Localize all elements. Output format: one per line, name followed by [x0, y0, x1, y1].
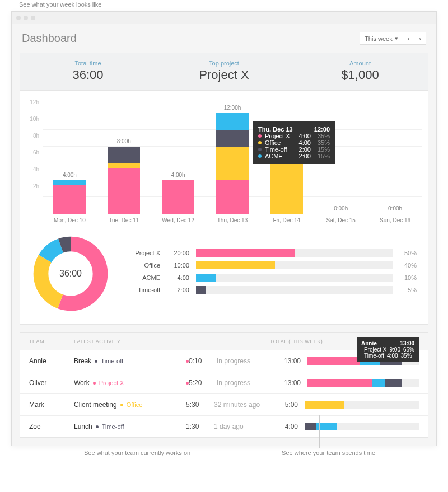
y-tick: 12h [30, 99, 39, 105]
bar-column: 0:00h [368, 102, 422, 214]
tooltip-row: ACME2:0015% [258, 153, 330, 160]
team-bar [305, 401, 419, 409]
bar-segment[interactable] [216, 147, 249, 180]
week-total: 4:00 [270, 423, 298, 430]
tooltip-name: Project X [364, 346, 387, 353]
bar-segment[interactable] [216, 180, 249, 214]
team-member-name: Zoe [29, 423, 74, 430]
y-tick: 6h [33, 149, 39, 156]
team-bar-segment[interactable] [385, 379, 402, 387]
activity-status: In progress [217, 379, 273, 387]
bar-column: 4:00h [151, 102, 206, 214]
bar-column: 8:00h [97, 102, 151, 214]
tooltip-row: Time-off2:0015% [258, 146, 330, 153]
project-row: Time-off2:005% [127, 286, 417, 294]
annotation-line [146, 387, 146, 448]
tooltip-total: 12:00 [314, 126, 330, 133]
y-tick: 4h [33, 166, 39, 172]
project-bar-fill [196, 261, 275, 269]
app-window: Dashboard This week ▾ ‹ › Total time36:0… [11, 11, 437, 446]
project-pct: 5% [400, 287, 417, 293]
y-tick: 8h [33, 133, 39, 139]
team-tooltip: Annie13:00Project X9:0065%Time-off4:0035… [357, 337, 419, 362]
tooltip-pct: 35% [314, 133, 330, 139]
bar-total-label: 4:00h [171, 172, 185, 178]
chevron-right-icon: › [419, 35, 421, 42]
bar-segment[interactable] [108, 163, 140, 168]
team-bar [305, 423, 419, 430]
tooltip-pct: 35% [401, 353, 412, 359]
week-total: 13:00 [273, 357, 301, 365]
tooltip-title: Thu, Dec 13 [258, 126, 293, 133]
team-row: MarkClient meetingOffice5:3032 minutes a… [20, 393, 428, 415]
summary-label: Total time [20, 60, 156, 67]
x-label: Sat, Dec 15 [314, 214, 368, 223]
legend-dot-icon [258, 148, 262, 151]
range-selector[interactable]: This week ▾ [360, 32, 403, 45]
activity-name: Work [74, 379, 90, 387]
x-label: Fri, Dec 14 [259, 214, 314, 223]
summary-item: Amount$1,000 [292, 53, 428, 90]
project-time: 4:00 [167, 274, 189, 281]
project-bar-fill [196, 286, 206, 294]
project-bar [196, 274, 393, 282]
activity-duration: 5:30 [186, 401, 214, 409]
legend-dot-icon [258, 154, 262, 158]
bar-segment[interactable] [216, 130, 249, 147]
project-time: 20:00 [167, 250, 189, 256]
team-bar-segment[interactable] [307, 379, 372, 387]
bar-segment[interactable] [162, 180, 194, 214]
tooltip-value: 2:00 [293, 153, 311, 160]
activity-tag: Project X [99, 379, 124, 386]
bar-segment[interactable] [53, 185, 86, 214]
y-tick: 2h [33, 183, 39, 189]
project-time: 10:00 [167, 262, 189, 269]
col-header-total: TOTAL (THIS WEEK) [270, 339, 323, 344]
summary-panel: Total time36:00Top projectProject XAmoun… [20, 53, 428, 325]
activity-tag: Office [127, 401, 143, 408]
summary-value: Project X [156, 68, 292, 82]
x-label: Thu, Dec 13 [206, 214, 260, 223]
bar-segment[interactable] [108, 168, 140, 214]
activity-name: Break [74, 357, 91, 365]
team-bar-segment[interactable] [305, 401, 344, 409]
chart-tooltip: Thu, Dec 13 12:00 Project X4:0035%Office… [253, 121, 335, 164]
prev-button[interactable]: ‹ [403, 32, 415, 45]
activity-duration: 1:30 [186, 423, 214, 430]
project-row: Project X20:0050% [127, 249, 417, 257]
traffic-light-icon [24, 16, 28, 20]
activity-status: In progress [217, 357, 273, 365]
tooltip-row: Project X4:0035% [258, 133, 330, 139]
activity-name: Client meeting [74, 401, 117, 409]
team-bar-segment[interactable] [372, 379, 385, 387]
team-member-name: Annie [29, 357, 74, 365]
tooltip-value: 9:00 [390, 346, 400, 353]
team-bar [307, 379, 419, 387]
project-bar [196, 249, 393, 257]
summary-label: Amount [292, 60, 428, 67]
tooltip-name: Office [265, 139, 281, 146]
project-bar-fill [196, 249, 295, 257]
next-button[interactable]: › [414, 32, 426, 45]
activity-tag: Time-off [101, 358, 123, 364]
tooltip-value: 4:00 [293, 139, 311, 146]
project-bar-fill [196, 274, 216, 282]
week-total: 13:00 [273, 379, 301, 387]
week-total: 5:00 [270, 401, 298, 409]
tooltip-pct: 65% [403, 346, 414, 353]
team-bar-segment[interactable] [307, 357, 360, 365]
tooltip-value: 2:00 [293, 146, 311, 153]
team-bar-segment[interactable] [305, 423, 316, 430]
bar-total-label: 0:00h [388, 205, 402, 212]
x-label: Sun, Dec 16 [368, 214, 422, 223]
x-label: Mon, Dec 10 [43, 214, 97, 223]
project-pct: 40% [400, 262, 417, 269]
project-bar [196, 261, 393, 269]
tooltip-total: 13:00 [400, 340, 414, 346]
tooltip-name: Time-off [364, 353, 384, 359]
bar-segment[interactable] [108, 147, 140, 163]
tooltip-value: 4:00 [387, 353, 398, 359]
bar-segment[interactable] [216, 113, 249, 130]
bar-segment[interactable] [53, 180, 86, 185]
activity-tag: Time-off [102, 423, 124, 430]
